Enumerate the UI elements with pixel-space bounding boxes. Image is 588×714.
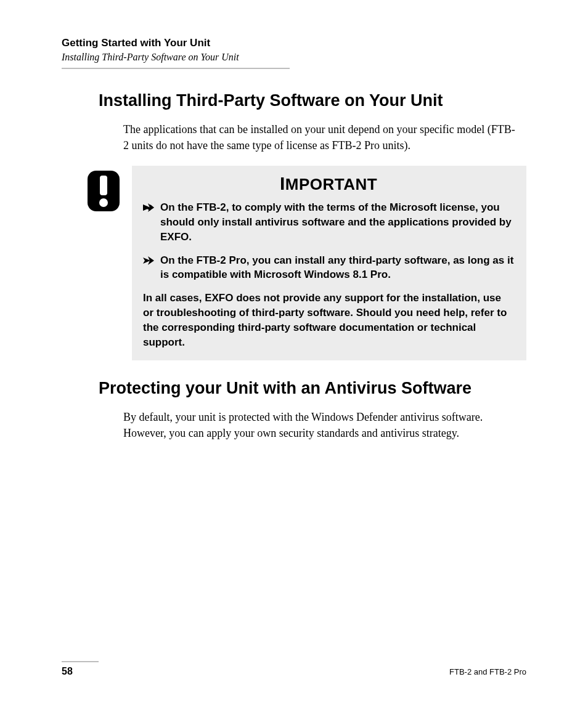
important-title: IMPORTANT — [143, 173, 514, 194]
important-title-rest: MPORTANT — [285, 175, 377, 193]
header-rule — [62, 68, 290, 69]
running-subtitle: Installing Third-Party Software on Your … — [62, 52, 526, 63]
section-heading-installing: Installing Third-Party Software on Your … — [99, 91, 526, 110]
page-footer: 58 FTB-2 and FTB-2 Pro — [62, 661, 526, 677]
important-callout-box: IMPORTANT On the FTB-2, to comply with t… — [132, 166, 526, 360]
running-header: Getting Started with Your Unit Installin… — [62, 37, 526, 69]
important-list-item: On the FTB-2, to comply with the terms o… — [143, 200, 514, 244]
important-item-text: On the FTB-2, to comply with the terms o… — [160, 200, 514, 244]
document-page: Getting Started with Your Unit Installin… — [0, 0, 588, 714]
doc-id: FTB-2 and FTB-2 Pro — [449, 667, 526, 676]
footer-rule — [62, 661, 99, 662]
section-paragraph-installing: The applications that can be installed o… — [123, 121, 518, 153]
important-title-first: I — [280, 173, 285, 193]
running-title: Getting Started with Your Unit — [62, 37, 526, 49]
important-list: On the FTB-2, to comply with the terms o… — [143, 200, 514, 282]
important-item-text: On the FTB-2 Pro, you can install any th… — [160, 253, 514, 283]
important-list-item: On the FTB-2 Pro, you can install any th… — [143, 253, 514, 283]
arrow-icon — [143, 256, 154, 265]
important-footer-text: In all cases, EXFO does not provide any … — [143, 291, 514, 349]
important-icon — [86, 169, 121, 213]
arrow-icon — [143, 203, 154, 212]
important-callout: IMPORTANT On the FTB-2, to comply with t… — [86, 166, 526, 360]
svg-point-2 — [99, 198, 108, 207]
section-heading-antivirus: Protecting your Unit with an Antivirus S… — [99, 379, 526, 398]
footer-line: 58 FTB-2 and FTB-2 Pro — [62, 666, 526, 677]
page-number: 58 — [62, 666, 73, 677]
svg-rect-1 — [100, 176, 107, 195]
section-paragraph-antivirus: By default, your unit is protected with … — [123, 409, 518, 441]
